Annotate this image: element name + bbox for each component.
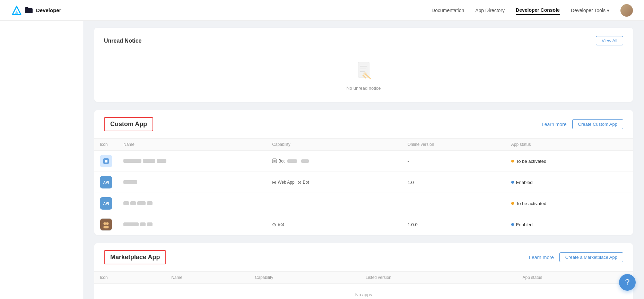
app-status-cell: Enabled: [506, 172, 633, 193]
header-left: Developer: [11, 5, 61, 16]
app-name-cell: [118, 193, 267, 214]
app-icon-cell: API: [94, 193, 118, 214]
header-logo-label: Developer: [36, 7, 61, 13]
app-version-cell: -: [402, 193, 506, 214]
capability-tags: ⊞ Web App ⊙ Bot: [272, 179, 397, 185]
col-capability-mp: Capability: [250, 272, 360, 284]
app-name-redacted: [123, 159, 166, 163]
app-version-cell: -: [402, 151, 506, 172]
marketplace-app-header: Marketplace App Learn more Create a Mark…: [94, 243, 633, 272]
redact-block: [287, 159, 297, 163]
cap-bot-row4: ⊙ Bot: [272, 222, 284, 227]
svg-rect-2: [25, 8, 33, 13]
nav-app-directory[interactable]: App Directory: [475, 6, 505, 15]
status-cell: Enabled: [511, 180, 627, 185]
capability-tags: ⊙ Bot: [272, 222, 397, 227]
table-row[interactable]: API ⊞ Web App: [94, 172, 633, 193]
status-cell: To be activated: [511, 159, 627, 164]
fab-icon: ?: [625, 278, 629, 287]
custom-app-table-head: Icon Name Capability Online version App …: [94, 139, 633, 151]
unread-notice-title: Unread Notice: [104, 38, 141, 44]
marketplace-table-body: No apps: [94, 284, 633, 299]
app-status-cell: To be activated: [506, 193, 633, 214]
content-area: Unread Notice View All No unread notice: [83, 21, 644, 299]
sidebar: [0, 21, 83, 299]
marketplace-app-section: Marketplace App Learn more Create a Mark…: [94, 243, 633, 299]
custom-app-header: Custom App Learn more Create Custom App: [94, 110, 633, 139]
no-apps-row: No apps: [94, 284, 633, 299]
unread-notice-empty: No unread notice: [104, 51, 623, 94]
svg-point-16: [103, 222, 106, 225]
col-listed-version: Listed version: [360, 272, 517, 284]
app-icon-cell: [94, 214, 118, 235]
bot-icon-row4: ⊙: [272, 222, 276, 227]
custom-app-table-body: Bot - To be activated: [94, 151, 633, 235]
blue-square-icon: [103, 158, 110, 165]
custom-app-section: Custom App Learn more Create Custom App …: [94, 110, 633, 235]
folder-icon: [25, 7, 33, 14]
custom-app-table-header-row: Icon Name Capability Online version App …: [94, 139, 633, 151]
fab-button[interactable]: ?: [619, 274, 636, 291]
app-name-cell: [118, 214, 267, 235]
table-row[interactable]: API - -: [94, 193, 633, 214]
custom-app-title-box: Custom App: [104, 117, 153, 131]
col-online-version: Online version: [402, 139, 506, 151]
chevron-down-icon: ▾: [607, 8, 609, 13]
status-dot-blue: [511, 181, 514, 184]
view-all-button[interactable]: View All: [596, 36, 623, 45]
no-apps-text: No apps: [94, 284, 633, 299]
table-row[interactable]: ⊙ Bot 1.0.0 Enabled: [94, 214, 633, 235]
custom-app-learn-more[interactable]: Learn more: [542, 122, 567, 127]
custom-app-actions: Learn more Create Custom App: [542, 119, 623, 129]
status-cell: To be activated: [511, 201, 627, 206]
app-icon-api: API: [100, 176, 112, 188]
col-icon-mp: Icon: [94, 272, 166, 284]
svg-rect-14: [273, 160, 276, 162]
col-icon: Icon: [94, 139, 118, 151]
create-custom-app-button[interactable]: Create Custom App: [572, 119, 623, 129]
svg-rect-15: [100, 219, 112, 230]
svg-rect-12: [105, 160, 107, 162]
status-dot-orange: [511, 202, 514, 205]
app-name-cell: [118, 151, 267, 172]
custom-app-table: Icon Name Capability Online version App …: [94, 139, 633, 235]
status-dot-orange: [511, 160, 514, 162]
bot-icon-small: ⊙: [297, 179, 302, 185]
unread-notice-header: Unread Notice View All: [104, 36, 623, 45]
capability-tags: Bot: [272, 158, 397, 164]
app-icon-bot-avatar: [100, 218, 112, 231]
unread-notice-empty-text: No unread notice: [346, 86, 381, 91]
nav-developer-console[interactable]: Developer Console: [516, 6, 560, 15]
webapp-icon: ⊞: [272, 179, 276, 185]
svg-rect-3: [25, 7, 28, 9]
user-avatar[interactable]: [620, 4, 633, 17]
app-version-cell: 1.0.0: [402, 214, 506, 235]
svg-point-17: [106, 222, 109, 225]
status-cell: Enabled: [511, 222, 627, 227]
table-row[interactable]: Bot - To be activated: [94, 151, 633, 172]
col-app-status: App status: [506, 139, 633, 151]
app-capability-cell: ⊙ Bot: [267, 214, 402, 235]
redact-block: [301, 159, 309, 163]
app-version-cell: 1.0: [402, 172, 506, 193]
app-status-cell: To be activated: [506, 151, 633, 172]
marketplace-learn-more[interactable]: Learn more: [529, 255, 554, 260]
main-content: Unread Notice View All No unread notice: [0, 21, 644, 299]
cap-webapp: ⊞ Web App: [272, 179, 294, 185]
app-name-cell: [118, 172, 267, 193]
svg-rect-18: [103, 226, 108, 229]
nav-developer-tools[interactable]: Developer Tools ▾: [571, 6, 609, 15]
marketplace-app-actions: Learn more Create a Marketplace App: [529, 252, 623, 262]
create-marketplace-app-button[interactable]: Create a Marketplace App: [559, 252, 623, 262]
svg-rect-4: [358, 62, 369, 77]
nav-documentation[interactable]: Documentation: [432, 6, 464, 15]
col-name: Name: [118, 139, 267, 151]
app-name-redacted: [123, 180, 137, 184]
custom-app-title: Custom App: [110, 121, 147, 127]
col-name-mp: Name: [166, 272, 249, 284]
app-capability-cell: Bot: [267, 151, 402, 172]
status-dot-blue: [511, 223, 514, 226]
app-name-redacted: [123, 222, 153, 226]
marketplace-app-table: Icon Name Capability Listed version App …: [94, 272, 633, 299]
marketplace-table-head: Icon Name Capability Listed version App …: [94, 272, 633, 284]
